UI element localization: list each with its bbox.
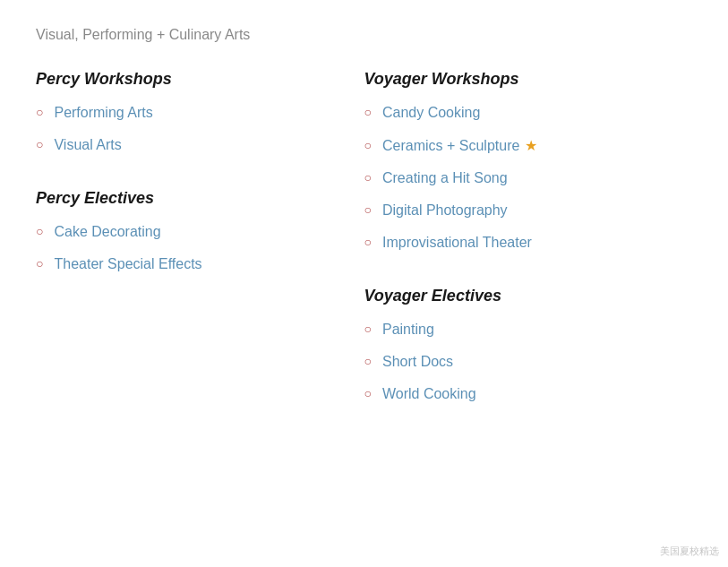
bullet-icon: ○	[364, 356, 372, 368]
digital-photography-link[interactable]: Digital Photography	[382, 202, 508, 219]
section-voyager-electives: Voyager Electives ○ Painting ○ Short Doc…	[364, 287, 675, 402]
percy-electives-title: Percy Electives	[36, 189, 347, 208]
voyager-workshops-list: ○ Candy Cooking ○ Ceramics + Sculpture ★…	[364, 105, 675, 251]
right-column: Voyager Workshops ○ Candy Cooking ○ Cera…	[364, 70, 693, 438]
bullet-icon: ○	[36, 107, 43, 119]
voyager-electives-list: ○ Painting ○ Short Docs ○ World Cooking	[364, 322, 675, 402]
list-item: ○ Creating a Hit Song	[364, 170, 675, 186]
list-item: ○ Short Docs	[364, 354, 675, 370]
painting-link[interactable]: Painting	[382, 322, 434, 338]
section-voyager-workshops: Voyager Workshops ○ Candy Cooking ○ Cera…	[364, 70, 675, 251]
improvisational-theater-link[interactable]: Improvisational Theater	[382, 235, 532, 251]
cake-decorating-link[interactable]: Cake Decorating	[54, 224, 160, 240]
list-item: ○ Performing Arts	[36, 105, 347, 121]
star-icon: ★	[525, 137, 537, 154]
list-item: ○ Candy Cooking	[364, 105, 675, 121]
section-percy-workshops: Percy Workshops ○ Performing Arts ○ Visu…	[36, 70, 347, 153]
list-item: ○ Cake Decorating	[36, 224, 347, 240]
percy-workshops-list: ○ Performing Arts ○ Visual Arts	[36, 105, 347, 153]
list-item: ○ Painting	[364, 322, 675, 338]
page-title: Visual, Performing + Culinary Arts	[36, 27, 692, 43]
bullet-icon: ○	[364, 172, 372, 185]
candy-cooking-link[interactable]: Candy Cooking	[382, 105, 480, 121]
watermark: 美国夏校精选	[660, 545, 719, 558]
list-item: ○ Ceramics + Sculpture ★	[364, 137, 675, 154]
page-container: Visual, Performing + Culinary Arts Percy…	[36, 27, 692, 438]
visual-arts-link[interactable]: Visual Arts	[54, 137, 121, 153]
percy-electives-list: ○ Cake Decorating ○ Theater Special Effe…	[36, 224, 347, 272]
bullet-icon: ○	[36, 258, 43, 271]
list-item: ○ Improvisational Theater	[364, 235, 675, 251]
bullet-icon: ○	[364, 236, 372, 249]
list-item: ○ World Cooking	[364, 386, 675, 402]
bullet-icon: ○	[36, 139, 43, 151]
ceramics-sculpture-link[interactable]: Ceramics + Sculpture	[382, 138, 519, 154]
section-percy-electives: Percy Electives ○ Cake Decorating ○ Thea…	[36, 189, 347, 272]
short-docs-link[interactable]: Short Docs	[382, 354, 453, 370]
bullet-icon: ○	[364, 323, 372, 336]
voyager-workshops-title: Voyager Workshops	[364, 70, 675, 89]
main-columns: Percy Workshops ○ Performing Arts ○ Visu…	[36, 70, 692, 438]
bullet-icon: ○	[364, 107, 372, 119]
creating-hit-song-link[interactable]: Creating a Hit Song	[382, 170, 508, 186]
theater-special-effects-link[interactable]: Theater Special Effects	[54, 256, 201, 272]
world-cooking-link[interactable]: World Cooking	[382, 386, 476, 402]
bullet-icon: ○	[364, 140, 372, 152]
bullet-icon: ○	[364, 204, 372, 217]
performing-arts-link[interactable]: Performing Arts	[54, 105, 152, 121]
bullet-icon: ○	[36, 226, 43, 238]
bullet-icon: ○	[364, 388, 372, 400]
list-item: ○ Visual Arts	[36, 137, 347, 153]
left-column: Percy Workshops ○ Performing Arts ○ Visu…	[36, 70, 364, 438]
voyager-electives-title: Voyager Electives	[364, 287, 675, 305]
list-item: ○ Digital Photography	[364, 202, 675, 219]
list-item: ○ Theater Special Effects	[36, 256, 347, 272]
percy-workshops-title: Percy Workshops	[36, 70, 347, 89]
